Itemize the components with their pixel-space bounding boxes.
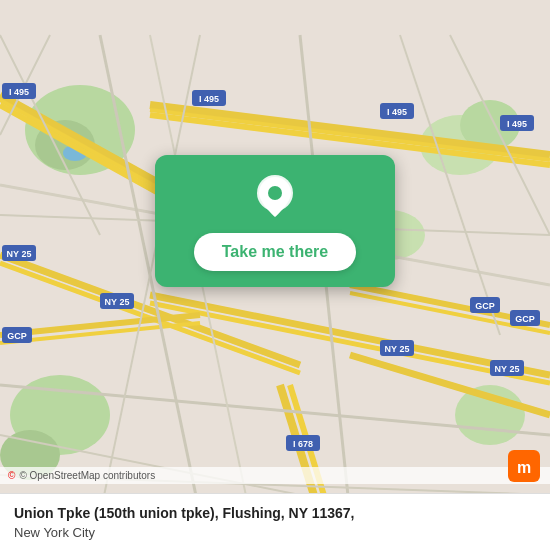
svg-text:I 495: I 495 [507, 119, 527, 129]
bottom-bar: Union Tpke (150th union tpke), Flushing,… [0, 493, 550, 550]
copyright-text: © OpenStreetMap contributors [19, 470, 155, 481]
copyright-bar: © © OpenStreetMap contributors [0, 467, 550, 484]
take-me-there-button[interactable]: Take me there [194, 233, 356, 271]
svg-text:GCP: GCP [7, 331, 27, 341]
svg-text:I 678: I 678 [293, 439, 313, 449]
svg-text:NY 25: NY 25 [105, 297, 130, 307]
map-pin-icon [251, 173, 299, 221]
svg-text:I 495: I 495 [387, 107, 407, 117]
svg-text:NY 25: NY 25 [7, 249, 32, 259]
svg-text:NY 25: NY 25 [385, 344, 410, 354]
svg-text:GCP: GCP [475, 301, 495, 311]
svg-text:GCP: GCP [515, 314, 535, 324]
location-subname: New York City [14, 524, 536, 542]
moovit-logo: m [508, 450, 540, 482]
location-name: Union Tpke (150th union tpke), Flushing,… [14, 504, 536, 524]
svg-point-35 [268, 186, 282, 200]
svg-text:NY 25: NY 25 [495, 364, 520, 374]
svg-text:I 495: I 495 [199, 94, 219, 104]
svg-text:m: m [517, 459, 531, 476]
openstreetmap-logo: © [8, 470, 15, 481]
app: I 495 I 495 I 495 I 495 NY 25 NY 25 NY 2… [0, 0, 550, 550]
moovit-icon: m [508, 450, 540, 482]
location-card: Take me there [155, 155, 395, 287]
svg-text:I 495: I 495 [9, 87, 29, 97]
